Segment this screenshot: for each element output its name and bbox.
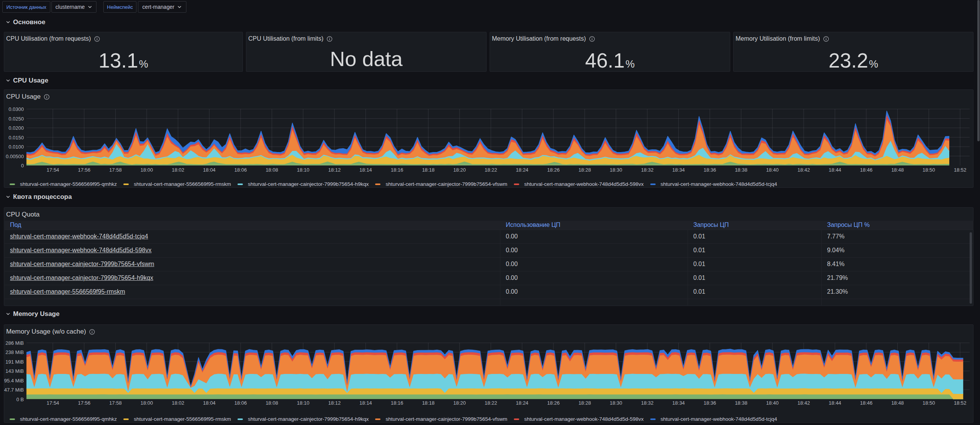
svg-text:18:06: 18:06 (234, 167, 247, 173)
svg-text:18:36: 18:36 (704, 400, 716, 406)
svg-text:0.0250: 0.0250 (8, 116, 24, 122)
svg-text:18:48: 18:48 (891, 167, 904, 173)
svg-text:18:10: 18:10 (297, 167, 310, 173)
svg-text:18:12: 18:12 (328, 167, 341, 173)
svg-text:238 MiB: 238 MiB (5, 349, 24, 355)
svg-text:18:40: 18:40 (766, 167, 779, 173)
svg-text:18:42: 18:42 (797, 400, 810, 406)
svg-text:0.0200: 0.0200 (8, 125, 24, 131)
svg-text:17:58: 17:58 (109, 167, 122, 173)
svg-text:18:00: 18:00 (141, 167, 153, 173)
svg-text:17:54: 17:54 (47, 400, 59, 406)
svg-text:18:28: 18:28 (578, 167, 591, 173)
svg-text:18:16: 18:16 (391, 167, 404, 173)
svg-text:17:56: 17:56 (78, 400, 91, 406)
svg-text:0 B: 0 B (16, 397, 24, 402)
svg-text:18:36: 18:36 (704, 167, 716, 173)
svg-text:18:04: 18:04 (203, 167, 216, 173)
svg-text:286 MiB: 286 MiB (5, 340, 24, 346)
svg-text:18:44: 18:44 (829, 167, 841, 173)
svg-text:18:46: 18:46 (860, 400, 873, 406)
svg-text:0.0300: 0.0300 (8, 106, 24, 112)
svg-text:18:26: 18:26 (547, 400, 560, 406)
svg-text:95.4 MiB: 95.4 MiB (4, 378, 24, 384)
svg-text:18:02: 18:02 (172, 167, 184, 173)
svg-text:18:18: 18:18 (422, 400, 435, 406)
svg-text:17:58: 17:58 (109, 400, 122, 406)
svg-text:18:00: 18:00 (141, 400, 153, 406)
svg-text:18:46: 18:46 (860, 167, 873, 173)
svg-text:18:08: 18:08 (266, 400, 278, 406)
svg-text:0.0150: 0.0150 (8, 135, 24, 141)
svg-text:18:06: 18:06 (234, 400, 247, 406)
svg-text:0: 0 (21, 163, 24, 169)
svg-text:17:56: 17:56 (78, 167, 91, 173)
svg-text:47.7 MiB: 47.7 MiB (4, 387, 24, 393)
svg-text:18:34: 18:34 (672, 400, 685, 406)
svg-text:0.0100: 0.0100 (8, 144, 24, 150)
svg-text:18:52: 18:52 (954, 400, 967, 406)
svg-text:18:24: 18:24 (516, 167, 528, 173)
svg-text:18:28: 18:28 (578, 400, 591, 406)
svg-text:17:54: 17:54 (47, 167, 59, 173)
svg-text:18:40: 18:40 (766, 400, 779, 406)
svg-text:18:50: 18:50 (923, 400, 935, 406)
svg-text:18:20: 18:20 (453, 400, 466, 406)
svg-text:18:02: 18:02 (172, 400, 184, 406)
svg-text:18:44: 18:44 (829, 400, 841, 406)
svg-text:18:32: 18:32 (641, 167, 654, 173)
svg-text:18:30: 18:30 (610, 400, 623, 406)
svg-text:18:12: 18:12 (328, 400, 341, 406)
svg-text:143 MiB: 143 MiB (5, 368, 24, 374)
svg-text:18:04: 18:04 (203, 400, 216, 406)
svg-text:18:52: 18:52 (954, 167, 967, 173)
svg-text:18:14: 18:14 (359, 167, 372, 173)
svg-text:18:38: 18:38 (735, 400, 747, 406)
svg-text:18:10: 18:10 (297, 400, 310, 406)
svg-text:18:38: 18:38 (735, 167, 747, 173)
svg-text:18:22: 18:22 (485, 167, 497, 173)
svg-text:18:48: 18:48 (891, 400, 904, 406)
svg-text:18:14: 18:14 (359, 400, 372, 406)
svg-text:18:26: 18:26 (547, 167, 560, 173)
svg-text:18:20: 18:20 (453, 167, 466, 173)
svg-text:18:18: 18:18 (422, 167, 435, 173)
svg-text:18:30: 18:30 (610, 167, 623, 173)
svg-text:18:42: 18:42 (797, 167, 810, 173)
svg-text:0.00500: 0.00500 (6, 154, 24, 159)
svg-text:18:34: 18:34 (672, 167, 685, 173)
svg-text:18:24: 18:24 (516, 400, 528, 406)
svg-text:18:16: 18:16 (391, 400, 404, 406)
svg-text:18:22: 18:22 (485, 400, 497, 406)
svg-text:191 MiB: 191 MiB (5, 359, 24, 365)
svg-text:18:32: 18:32 (641, 400, 654, 406)
svg-text:18:50: 18:50 (923, 167, 935, 173)
svg-text:18:08: 18:08 (266, 167, 278, 173)
